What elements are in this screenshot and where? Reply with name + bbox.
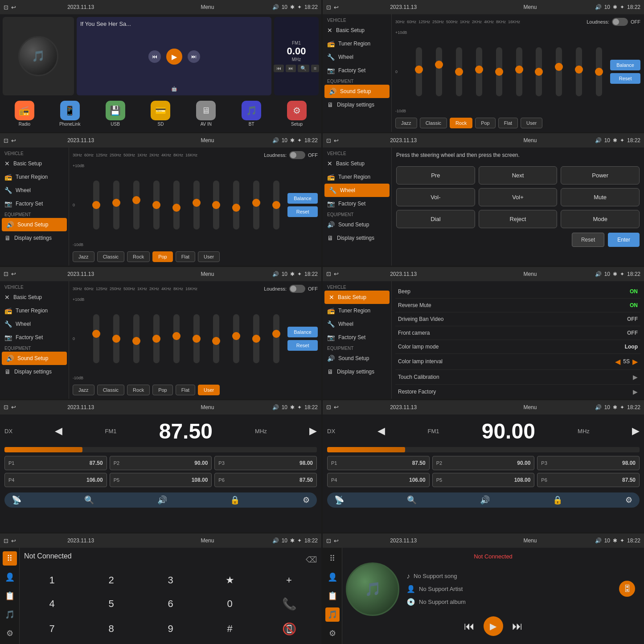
sb-tuner-p3[interactable]: 📻 Tuner Region bbox=[0, 170, 69, 184]
rock-p3[interactable]: Rock bbox=[127, 251, 150, 262]
settings-icon[interactable]: ✦ bbox=[297, 4, 302, 10]
fm-menu-btn[interactable]: ≡ bbox=[311, 65, 319, 72]
sb-display-p4[interactable]: 🖥Display settings bbox=[323, 231, 391, 245]
key-6[interactable]: 6 bbox=[143, 594, 198, 615]
sb-wheel-p5[interactable]: 🔧Wheel bbox=[0, 317, 69, 331]
preset-pop[interactable]: Pop bbox=[475, 118, 496, 128]
wheel-reject-btn[interactable]: Reject bbox=[479, 210, 558, 228]
radio-speaker-icon[interactable]: 🔊 bbox=[157, 495, 167, 505]
key-4[interactable]: 4 bbox=[24, 594, 80, 615]
menu-p10[interactable]: Menu bbox=[468, 537, 592, 544]
wheel-mode-btn[interactable]: Mode bbox=[561, 210, 640, 228]
speaker-icon-p8[interactable]: 🔊 bbox=[480, 495, 490, 505]
s8-p5[interactable] bbox=[233, 314, 239, 363]
bm-next-btn[interactable]: ⏭ bbox=[512, 620, 523, 632]
sidebar-tuner-region[interactable]: 📻 Tuner Region bbox=[323, 37, 391, 50]
call-button[interactable]: 📞 bbox=[261, 594, 317, 615]
sb-display-p3[interactable]: 🖥 Display settings bbox=[0, 231, 69, 245]
next-button[interactable]: ⏭ bbox=[188, 50, 200, 63]
cfg-p10[interactable]: ✦ bbox=[620, 537, 624, 544]
rock-p5[interactable]: Rock bbox=[127, 385, 150, 395]
s6-p5[interactable] bbox=[193, 314, 200, 363]
sb-factory-p5[interactable]: 📷Factory Set bbox=[0, 331, 69, 344]
menu-p5[interactable]: Menu bbox=[145, 271, 269, 277]
slider-125hz[interactable] bbox=[456, 47, 462, 96]
preset-jazz[interactable]: Jazz bbox=[395, 118, 417, 128]
s7-p5[interactable] bbox=[213, 314, 219, 363]
p8-preset-p3[interactable]: P398.00 bbox=[537, 456, 640, 470]
back-icon-p4[interactable]: ↩ bbox=[334, 137, 339, 144]
key-5[interactable]: 5 bbox=[83, 594, 139, 615]
balance-button[interactable]: Balance bbox=[610, 60, 640, 70]
reset-btn-p3[interactable]: Reset bbox=[287, 206, 318, 217]
flat-p5[interactable]: Flat bbox=[176, 385, 195, 395]
home-icon-p9[interactable]: ⊡ bbox=[4, 537, 8, 544]
sidebar-sound-setup[interactable]: 🔊 Sound Setup bbox=[324, 85, 390, 98]
key-2[interactable]: 2 bbox=[83, 571, 139, 590]
interval-prev-btn[interactable]: ◀ bbox=[615, 357, 620, 366]
sb-factory-p6[interactable]: 📷Factory Set bbox=[323, 331, 391, 344]
reset-btn-p5[interactable]: Reset bbox=[287, 340, 318, 351]
s2-p5[interactable] bbox=[113, 314, 119, 363]
slider-1khz[interactable] bbox=[516, 47, 522, 96]
s10-p3[interactable] bbox=[273, 180, 279, 230]
sidebar-basic-setup[interactable]: ✕ Basic Setup bbox=[323, 24, 391, 37]
preset-p6[interactable]: P687.50 bbox=[214, 473, 317, 487]
home-icon-p5[interactable]: ⊡ bbox=[4, 271, 8, 277]
flat-p3[interactable]: Flat bbox=[176, 251, 195, 262]
sidebar-factory-set[interactable]: 📷 Factory Set bbox=[323, 64, 391, 77]
preset-user[interactable]: User bbox=[521, 118, 542, 128]
radio-search-icon[interactable]: 🔍 bbox=[84, 495, 94, 505]
sb-basic-p5[interactable]: ✕Basic Setup bbox=[0, 291, 69, 304]
loudness-toggle[interactable]: Loudness: OFF bbox=[587, 18, 640, 26]
p8-preset-p2[interactable]: P290.00 bbox=[432, 456, 535, 470]
cfg-p4[interactable]: ✦ bbox=[620, 137, 624, 144]
home-icon-p2[interactable]: ⊡ bbox=[326, 4, 331, 11]
s6-p3[interactable] bbox=[193, 180, 200, 230]
home-icon-p3[interactable]: ⊡ bbox=[4, 137, 8, 144]
radio-next-p8[interactable]: ▶ bbox=[632, 425, 640, 437]
preset-rock[interactable]: Rock bbox=[450, 118, 472, 128]
home-icon-p4[interactable]: ⊡ bbox=[326, 137, 331, 144]
sb-basic-p4[interactable]: ✕Basic Setup bbox=[323, 157, 391, 170]
slider-16khz[interactable] bbox=[596, 47, 602, 96]
cfg-p9[interactable]: ✦ bbox=[297, 537, 302, 544]
radio-prev-btn[interactable]: ◀ bbox=[55, 425, 62, 437]
slider-30hz[interactable] bbox=[416, 47, 422, 96]
key-3[interactable]: 3 bbox=[143, 571, 198, 590]
loudness-p5[interactable]: Loudness: OFF bbox=[264, 285, 318, 293]
home-icon-p8[interactable]: ⊡ bbox=[326, 404, 331, 410]
app-phonelink[interactable]: 📱 PhoneLink bbox=[48, 98, 92, 129]
cfg-p6[interactable]: ✦ bbox=[620, 271, 624, 277]
bm-list-icon[interactable]: 📋 bbox=[325, 589, 340, 603]
s3-p3[interactable] bbox=[133, 180, 139, 230]
p8-preset-p1[interactable]: P187.50 bbox=[327, 456, 430, 470]
classic-p5[interactable]: Classic bbox=[97, 385, 124, 395]
loudness-sw-p5[interactable] bbox=[289, 285, 305, 293]
calibration-chevron[interactable]: ▶ bbox=[633, 373, 638, 381]
menu-p8[interactable]: Menu bbox=[468, 404, 592, 410]
pop-p3[interactable]: Pop bbox=[152, 251, 173, 262]
balance-btn-p5[interactable]: Balance bbox=[287, 327, 318, 337]
key-star[interactable]: ★ bbox=[202, 571, 258, 590]
p8-preset-p4[interactable]: P4106.00 bbox=[327, 473, 430, 487]
balance-btn-p3[interactable]: Balance bbox=[287, 193, 318, 204]
key-plus[interactable]: + bbox=[261, 571, 317, 590]
search-icon-p8[interactable]: 🔍 bbox=[407, 495, 417, 505]
sb-wheel-p6[interactable]: 🔧Wheel bbox=[323, 317, 391, 331]
s4-p3[interactable] bbox=[153, 180, 160, 230]
seek-back-btn[interactable]: ⏮ bbox=[274, 65, 284, 72]
home-icon-p10[interactable]: ⊡ bbox=[326, 537, 331, 544]
preset-p3[interactable]: P398.00 bbox=[214, 456, 317, 470]
sidebar-wheel[interactable]: 🔧 Wheel bbox=[323, 50, 391, 64]
sb-wheel-p4[interactable]: 🔧Wheel bbox=[324, 184, 390, 197]
sb-sound-p4[interactable]: 🔊Sound Setup bbox=[323, 218, 391, 231]
lock-icon-p8[interactable]: 🔒 bbox=[553, 495, 562, 505]
back-icon-p7[interactable]: ↩ bbox=[11, 404, 16, 410]
phone-grid-icon[interactable]: ⠿ bbox=[3, 551, 17, 566]
key-7[interactable]: 7 bbox=[24, 618, 80, 640]
fm-search-btn[interactable]: 🔍 bbox=[298, 65, 309, 72]
s8-p3[interactable] bbox=[233, 180, 239, 230]
s4-p5[interactable] bbox=[153, 314, 160, 363]
s9-p3[interactable] bbox=[253, 180, 259, 230]
